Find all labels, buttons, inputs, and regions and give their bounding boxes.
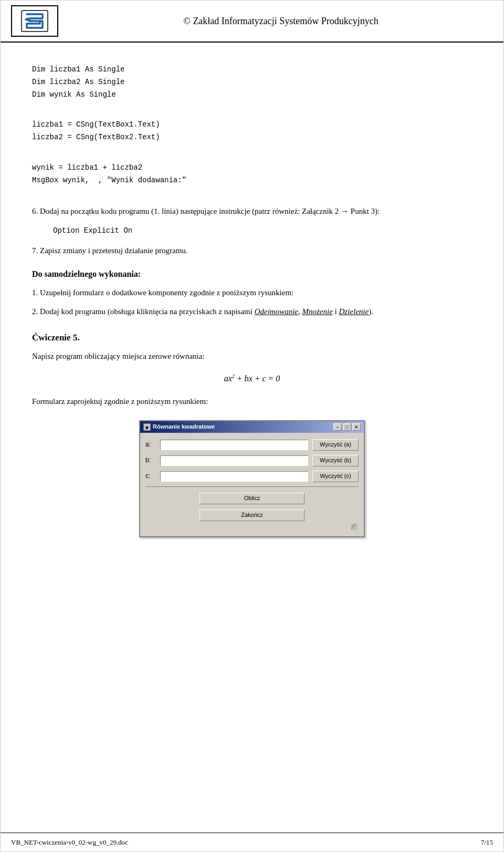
self-task-heading: Do samodzielnego wykonania: bbox=[32, 267, 472, 281]
footer: VB_NET-cwiczenia-v0_02-wg_v0_29.doc 7/15 bbox=[1, 833, 503, 851]
win-row-b: b: Wyczyść (b) bbox=[145, 455, 359, 466]
btn-clear-b[interactable]: Wyczyść (b) bbox=[312, 455, 359, 466]
code-block-1: Dim liczba1 As Single Dim liczba2 As Sin… bbox=[32, 64, 472, 101]
exercise-desc: Napisz program obliczający miejsca zerow… bbox=[32, 350, 472, 362]
btn-clear-a[interactable]: Wyczyść (a) bbox=[312, 439, 359, 451]
win-size-handle bbox=[145, 524, 359, 530]
code-line: Dim liczba1 As Single bbox=[32, 64, 472, 76]
win-maximize-button[interactable]: □ bbox=[343, 423, 351, 431]
input-a[interactable] bbox=[160, 440, 308, 450]
form-mockup-container: ■ Równanie kwadratowe – □ ✕ a: bbox=[32, 420, 472, 537]
logo-box bbox=[11, 5, 58, 37]
input-b[interactable] bbox=[160, 455, 308, 466]
task-1: 1. Uzupełnij formularz o dodatkowe kompo… bbox=[32, 286, 472, 299]
code-line: MsgBox wynik, , "Wynik dodawania:" bbox=[32, 174, 472, 187]
win-close-button[interactable]: ✕ bbox=[352, 423, 361, 431]
win-row-c: c: Wyczyść (c) bbox=[145, 471, 359, 482]
form-desc: Formularz zaprojektuj zgodnie z poniższy… bbox=[32, 395, 472, 408]
btn-oblicz-container: Oblicz bbox=[145, 490, 359, 507]
win-form: ■ Równanie kwadratowe – □ ✕ a: bbox=[139, 420, 365, 537]
win-row-a: a: Wyczyść (a) bbox=[145, 439, 359, 451]
btn-zakoncz-container: Zakończ bbox=[145, 507, 359, 524]
size-grip-icon bbox=[351, 524, 358, 530]
win-app-icon: ■ bbox=[143, 423, 151, 431]
win-minimize-button[interactable]: – bbox=[333, 423, 342, 431]
code-line: liczba2 = CSng(TextBox2.Text) bbox=[32, 131, 472, 144]
win-separator bbox=[145, 486, 359, 487]
math-formula: ax2 + bx + c = 0 bbox=[32, 372, 472, 386]
win-body: a: Wyczyść (a) b: Wyczyść (b) c: bbox=[140, 433, 364, 536]
paragraph-6: 6. Dodaj na początku kodu programu (1. l… bbox=[32, 205, 472, 217]
btn-clear-c[interactable]: Wyczyść (c) bbox=[312, 471, 359, 482]
win-title-area: ■ Równanie kwadratowe bbox=[143, 422, 215, 432]
header: © Zakład Informatyzacji Systemów Produkc… bbox=[1, 1, 503, 43]
footer-left: VB_NET-cwiczenia-v0_02-wg_v0_29.doc bbox=[11, 838, 128, 847]
label-b: b: bbox=[145, 455, 160, 465]
exercise-heading: Ćwiczenie 5. bbox=[32, 330, 472, 345]
page: © Zakład Informatyzacji Systemów Produkc… bbox=[0, 0, 504, 852]
win-controls[interactable]: – □ ✕ bbox=[333, 423, 361, 431]
task-2: 2. Dodaj kod programu (obsługa kliknięci… bbox=[32, 305, 472, 318]
code-line: liczba1 = CSng(TextBox1.Text) bbox=[32, 119, 472, 131]
label-c: c: bbox=[145, 471, 160, 481]
btn-zakoncz[interactable]: Zakończ bbox=[200, 510, 304, 521]
win-title-text: Równanie kwadratowe bbox=[153, 422, 215, 432]
svg-marker-1 bbox=[24, 17, 28, 22]
paragraph-7: 7. Zapisz zmiany i przetestuj działanie … bbox=[32, 244, 472, 257]
option-explicit: Option Explicit On bbox=[53, 225, 472, 237]
code-line: wynik = liczba1 + liczba2 bbox=[32, 162, 472, 174]
code-line: Dim liczba2 As Single bbox=[32, 76, 472, 89]
input-c[interactable] bbox=[160, 471, 308, 482]
code-line: Dim wynik As Single bbox=[32, 89, 472, 101]
main-content: Dim liczba1 As Single Dim liczba2 As Sin… bbox=[1, 43, 503, 590]
logo-icon bbox=[19, 8, 50, 34]
btn-oblicz[interactable]: Oblicz bbox=[200, 493, 304, 504]
footer-right: 7/15 bbox=[481, 838, 493, 847]
header-title: © Zakład Informatyzacji Systemów Produkc… bbox=[69, 16, 493, 27]
code-block-2: liczba1 = CSng(TextBox1.Text) liczba2 = … bbox=[32, 119, 472, 144]
label-a: a: bbox=[145, 440, 160, 450]
code-block-3: wynik = liczba1 + liczba2 MsgBox wynik, … bbox=[32, 162, 472, 187]
win-titlebar: ■ Równanie kwadratowe – □ ✕ bbox=[140, 421, 364, 433]
